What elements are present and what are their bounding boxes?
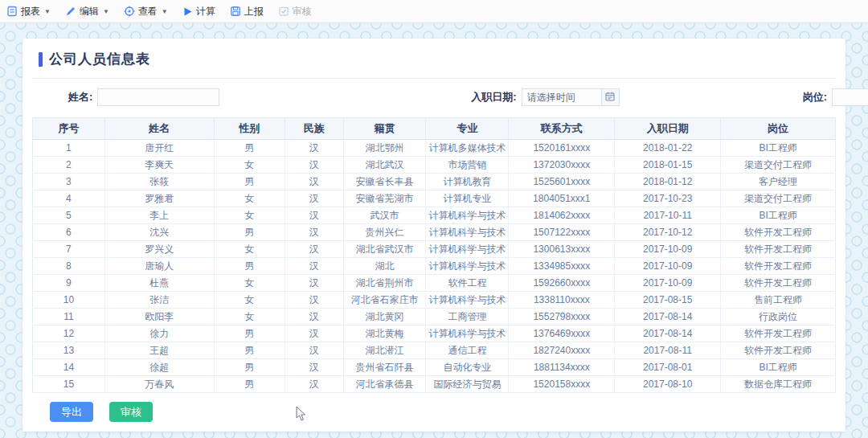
table-cell: 湖北鄂州 [343, 140, 426, 157]
table-cell: 通信工程 [426, 342, 509, 359]
table-row: 10张洁女汉河北省石家庄市计算机科学与技术1338110xxxx2017-08-… [33, 292, 836, 309]
table-cell: 3 [33, 174, 105, 190]
table-cell: 2018-01-15 [615, 157, 721, 174]
table-cell: 沈兴 [104, 224, 214, 241]
table-cell: 1804051xxx1 [509, 190, 615, 207]
hire-date-input[interactable] [522, 88, 602, 106]
toolbar-audit-button: 审核 [278, 5, 312, 18]
table-cell: 售前工程师 [721, 292, 836, 309]
table-cell: 女 [214, 275, 285, 292]
table-cell: 2017-08-01 [615, 359, 721, 376]
table-cell: 王超 [104, 342, 214, 359]
calendar-button[interactable] [602, 88, 620, 106]
table-cell: 汉 [285, 157, 343, 174]
position-label: 岗位: [803, 90, 827, 104]
table-cell: 汉 [285, 309, 343, 325]
toolbar-submit-button[interactable]: 上报 [230, 5, 264, 18]
table-cell: 软件工程 [426, 275, 509, 292]
table-cell: 9 [33, 275, 105, 292]
table-row: 4罗雅君女汉安徽省芜湖市计算机专业1804051xxx12017-10-23渠道… [33, 190, 836, 207]
table-cell: 1827240xxxx [509, 342, 615, 359]
toolbar-edit-menu[interactable]: 编辑 ▼ [65, 5, 109, 18]
table-cell: 汉 [285, 207, 343, 224]
table-cell: 2017-08-15 [615, 292, 721, 309]
table-cell: 汉 [285, 325, 343, 342]
table-cell: 行政岗位 [721, 309, 836, 325]
table-cell: 贵州兴仁 [343, 224, 426, 241]
table-cell: 湖北武汉 [343, 157, 426, 174]
table-cell: 女 [214, 241, 285, 258]
table-cell: 4 [33, 190, 105, 207]
table-cell: 2017-08-14 [615, 309, 721, 325]
table-row: 6沈兴男汉贵州兴仁计算机科学与技术1507122xxxx2017-10-12软件… [33, 224, 836, 241]
export-button[interactable]: 导出 [50, 402, 93, 422]
filter-bar: 姓名: 入职日期: 岗位: ▼ [32, 88, 836, 107]
column-header: 专业 [426, 118, 509, 140]
table-cell: 汉 [285, 292, 343, 309]
column-header: 姓名 [104, 118, 214, 140]
table-cell: 2018-01-12 [615, 174, 721, 190]
table-cell: 客户经理 [721, 174, 836, 190]
table-cell: 13 [33, 342, 105, 359]
table-cell: 汉 [285, 258, 343, 275]
position-select[interactable] [832, 88, 868, 106]
table-cell: 贵州省石阡县 [343, 359, 426, 376]
table-cell: 罗兴义 [104, 241, 214, 258]
table-cell: 工商管理 [426, 309, 509, 325]
toolbar-item-label: 查看 [138, 5, 158, 18]
table-cell: 汉 [285, 174, 343, 190]
chevron-down-icon: ▼ [44, 8, 51, 15]
table-cell: 男 [214, 258, 285, 275]
column-header: 序号 [33, 118, 105, 140]
table-row: 2李爽天女汉湖北武汉市场营销1372030xxxx2018-01-15渠道交付工… [33, 157, 836, 174]
table-cell: 计算机科学与技术 [426, 207, 509, 224]
table-cell: 1814062xxxx [509, 207, 615, 224]
column-header: 民族 [285, 118, 343, 140]
table-cell: 计算机科学与技术 [426, 325, 509, 342]
table-cell: 2017-10-09 [615, 275, 721, 292]
table-row: 11欧阳李女汉湖北黄冈工商管理1552798xxxx2017-08-14行政岗位 [33, 309, 836, 325]
table-cell: 汉 [285, 376, 343, 393]
table-cell: 14 [33, 359, 105, 376]
table-cell: 男 [214, 140, 285, 157]
table-cell: 渠道交付工程师 [721, 190, 836, 207]
toolbar-report-menu[interactable]: 报表 ▼ [6, 5, 51, 18]
table-cell: 男 [214, 359, 285, 376]
toolbar-view-menu[interactable]: 查看 ▼ [124, 5, 168, 18]
report-icon [6, 6, 18, 17]
table-cell: 2017-10-09 [615, 241, 721, 258]
name-label: 姓名: [68, 90, 92, 104]
toolbar-item-label: 报表 [21, 5, 40, 18]
table-cell: 湖北潜江 [343, 342, 426, 359]
table-cell: 6 [33, 224, 105, 241]
table-row: 12徐力男汉湖北黄梅计算机科学与技术1376469xxxx2017-08-14软… [33, 325, 836, 342]
table-cell: 男 [214, 224, 285, 241]
table-cell: 湖北省武汉市 [343, 241, 426, 258]
submit-icon [230, 6, 241, 17]
table-cell: 1520158xxxx [509, 376, 615, 393]
table-cell: 计算机教育 [426, 174, 509, 190]
table-cell: 2018-01-22 [615, 140, 721, 157]
table-cell: BI工程师 [721, 207, 836, 224]
table-cell: 1520161xxxx [509, 140, 615, 157]
toolbar-item-label: 上报 [244, 5, 264, 18]
toolbar-calculate-button[interactable]: 计算 [182, 5, 215, 18]
table-cell: 2017-10-11 [615, 207, 721, 224]
view-icon [124, 6, 135, 17]
audit-button[interactable]: 审核 [109, 402, 153, 422]
personnel-table-wrap: 序号 姓名 性别 民族 籍贯 专业 联系方式 入职日期 岗位 1唐开红男汉湖北鄂… [32, 117, 836, 393]
table-cell: 1334985xxxx [509, 258, 615, 275]
table-cell: 自动化专业 [426, 359, 509, 376]
table-cell: 计算机专业 [426, 190, 509, 207]
table-row: 5李上女汉武汉市计算机科学与技术1814062xxxx2017-10-11BI工… [33, 207, 836, 224]
table-cell: 渠道交付工程师 [721, 157, 836, 174]
table-cell: 河北省承德县 [343, 376, 426, 393]
toolbar-item-label: 计算 [196, 5, 215, 18]
table-cell: 计算机科学与技术 [426, 241, 509, 258]
name-input[interactable] [97, 88, 219, 106]
table-cell: 8 [33, 258, 105, 275]
table-cell: 计算机科学与技术 [426, 224, 509, 241]
table-cell: 万春风 [104, 376, 214, 393]
hire-date-label: 入职日期: [471, 90, 516, 104]
table-cell: 张洁 [104, 292, 214, 309]
